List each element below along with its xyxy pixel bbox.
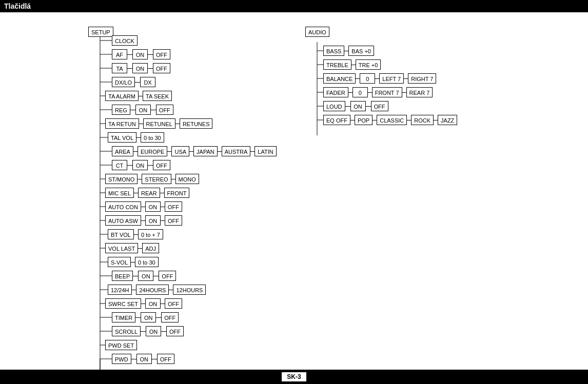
btvol-range: 0 to + 7 — [138, 229, 163, 239]
tre0-label: TRE +0 — [356, 59, 381, 70]
ta-on: ON — [132, 63, 148, 73]
balance-val: 0 — [360, 73, 375, 84]
footer-bar: SK-3 — [0, 370, 588, 384]
pwd-label: PWD — [112, 354, 131, 364]
ct-off: OFF — [153, 160, 170, 170]
swrcset-row: SWRC SET ON OFF — [105, 298, 182, 309]
taretun-label: TA RETUN — [105, 118, 139, 129]
autoasw-off: OFF — [165, 215, 182, 226]
talvol-range: 0 to 30 — [141, 132, 164, 143]
adj-label: ADJ — [142, 243, 159, 253]
24hours-label: 24HOURS — [136, 285, 169, 295]
swrcset-label: SWRC SET — [105, 298, 141, 309]
clock-row: CLOCK — [112, 35, 138, 46]
pwdset-row: PWD SET — [105, 340, 137, 350]
main-content: SETUP CLOCK AF ON OFF TA ON OFF DX/LO DX… — [0, 12, 588, 370]
beep-row: BEEP ON OFF — [112, 271, 176, 281]
rock-label: ROCK — [411, 115, 434, 125]
reg-off: OFF — [156, 105, 173, 115]
autoasw-row: AUTO ASW ON OFF — [105, 215, 182, 226]
area-austra: AUSTRA — [222, 146, 251, 156]
classic-label: CLASSIC — [377, 115, 407, 125]
footer-label: SK-3 — [282, 372, 306, 381]
setup-label: SETUP — [88, 27, 113, 37]
timer-off: OFF — [161, 312, 179, 322]
fader-row: FADER 0 FRONT 7 REAR 7 — [323, 87, 433, 97]
timer-row: TIMER ON OFF — [112, 312, 179, 322]
svol-label: S-VOL — [108, 257, 131, 267]
stmono-label: ST/MONO — [105, 174, 138, 184]
12hours-label: 12HOURS — [173, 285, 206, 295]
autocon-on: ON — [145, 201, 161, 212]
left7-label: LEFT 7 — [379, 73, 404, 84]
stereo-label: STEREO — [142, 174, 171, 184]
loud-row: LOUD ON OFF — [323, 101, 388, 111]
reg-label: REG — [112, 105, 130, 115]
beep-off: OFF — [159, 271, 176, 281]
timer-on: ON — [141, 312, 156, 322]
beep-on: ON — [138, 271, 153, 281]
hour-row: 12/24H 24HOURS 12HOURS — [108, 285, 206, 295]
jazz-label: JAZZ — [438, 115, 457, 125]
rear-label: REAR — [138, 188, 160, 198]
bas0-label: BAS +0 — [348, 46, 374, 56]
area-europe: EUROPE — [138, 146, 167, 156]
title-bar: Tlačidlá — [0, 0, 588, 12]
mono-label: MONO — [175, 174, 199, 184]
autocon-row: AUTO CON ON OFF — [105, 201, 182, 212]
af-row: AF ON OFF — [112, 49, 170, 59]
vollast-row: VOL LAST ADJ — [105, 243, 159, 253]
autoasw-on: ON — [145, 215, 161, 226]
ct-row: CT ON OFF — [112, 160, 170, 170]
af-label: AF — [112, 49, 127, 59]
dxlo-label: DX/LO — [112, 77, 135, 87]
autocon-off: OFF — [165, 201, 182, 212]
btvol-row: BT VOL 0 to + 7 — [108, 229, 163, 239]
retunes-label: RETUNES — [180, 118, 213, 129]
area-latin: LATIN — [254, 146, 276, 156]
btvol-label: BT VOL — [108, 229, 134, 239]
pwd-off: OFF — [157, 354, 174, 364]
swrcset-off: OFF — [165, 298, 182, 309]
pop-label: POP — [355, 115, 373, 125]
front7-label: FRONT 7 — [372, 87, 402, 97]
dxlo-dx: DX — [140, 77, 155, 87]
dxlo-row: DX/LO DX — [112, 77, 155, 87]
front-label: FRONT — [164, 188, 190, 198]
audio-box: AUDIO — [305, 27, 329, 37]
area-label: AREA — [112, 146, 133, 156]
clock-label: CLOCK — [112, 35, 138, 46]
vollast-label: VOL LAST — [105, 243, 138, 253]
pwd-on: ON — [136, 354, 152, 364]
af-on: ON — [132, 49, 148, 59]
svol-range: 0 to 30 — [135, 257, 159, 267]
taseek-label: TA SEEK — [143, 91, 172, 101]
loud-label: LOUD — [323, 101, 345, 111]
scroll-off: OFF — [166, 326, 184, 336]
bass-row: BASS BAS +0 — [323, 46, 374, 56]
timer-label: TIMER — [112, 312, 135, 322]
treble-row: TREBLE TRE +0 — [323, 59, 381, 70]
scroll-row: SCROLL ON OFF — [112, 326, 184, 336]
setup-box: SETUP — [88, 27, 113, 37]
talvol-row: TAL VOL 0 to 30 — [108, 132, 164, 143]
beep-label: BEEP — [112, 271, 133, 281]
treble-label: TREBLE — [323, 59, 351, 70]
af-off: OFF — [153, 49, 170, 59]
ta-off: OFF — [153, 63, 170, 73]
ta-label: TA — [112, 63, 127, 73]
area-row: AREA EUROPE USA JAPAN AUSTRA LATIN — [112, 146, 277, 156]
title-label: Tlačidlá — [4, 2, 31, 10]
reg-on: ON — [135, 105, 151, 115]
scroll-on: ON — [146, 326, 161, 336]
taalarm-row: TA ALARM TA SEEK — [105, 91, 172, 101]
pwdset-label: PWD SET — [105, 340, 137, 350]
connector-lines — [0, 12, 588, 370]
svol-row: S-VOL 0 to 30 — [108, 257, 159, 267]
pwd-row: PWD ON OFF — [112, 354, 174, 364]
scroll-label: SCROLL — [112, 326, 141, 336]
ct-on: ON — [132, 160, 148, 170]
fader-val: 0 — [352, 87, 368, 97]
retunel-label: RETUNEL — [143, 118, 175, 129]
swrcset-on: ON — [145, 298, 161, 309]
